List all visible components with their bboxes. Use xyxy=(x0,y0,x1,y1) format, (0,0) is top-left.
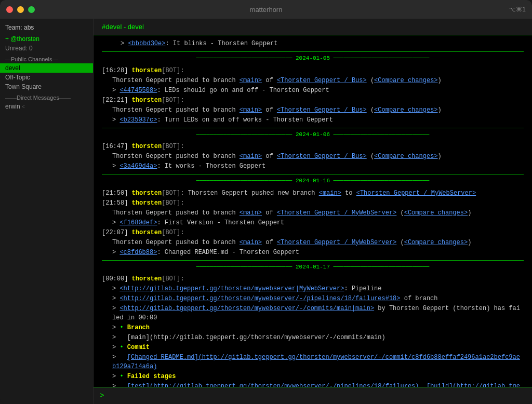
list-item: Thorsten Geppert pushed to branch <main>… xyxy=(102,152,524,161)
messages-area[interactable]: > <bbbbd30e>: It blinks - Thorsten Geppe… xyxy=(94,35,532,387)
link[interactable]: <3a469d4a> xyxy=(119,163,157,170)
app-window: matterhorn ⌥⌘1 Team: abs + @thorsten Unr… xyxy=(0,0,532,404)
link[interactable]: <f1680def> xyxy=(119,219,157,226)
link[interactable]: <main> xyxy=(240,106,262,114)
list-item: > <c8fd6b88>: Changed README.md - Thorst… xyxy=(102,248,524,257)
link[interactable]: [Changed README.md](http://gitlab.tgeppe… xyxy=(112,354,520,370)
list-item: [16:47] thorsten[BOT]: xyxy=(102,142,524,151)
sidebar: Team: abs + @thorsten Unread: 0 Public C… xyxy=(0,19,94,404)
list-item: > <b235037c>: Turn LEDs on and off works… xyxy=(102,115,524,125)
list-item: > <bbbbd30e>: It blinks - Thorsten Geppe… xyxy=(102,39,524,48)
list-item: [00:00] thorsten[BOT]: xyxy=(102,274,524,284)
dm-label: Direct Messages xyxy=(17,95,59,101)
list-item: > • Commit xyxy=(102,343,524,352)
sidebar-item-town-square[interactable]: Town Square xyxy=(0,82,93,91)
list-item: > <f1680def>: First Version - Thorsten G… xyxy=(102,218,524,227)
link[interactable]: <main> xyxy=(240,239,262,246)
window-title: matterhorn xyxy=(250,6,283,14)
list-item: Thorsten Geppert pushed to branch <main>… xyxy=(102,238,524,247)
public-channels-header: Public Channels xyxy=(0,53,93,63)
list-item: [16:28] thorsten[BOT]: xyxy=(102,66,524,75)
unread-count: Unread: 0 xyxy=(0,44,93,53)
keyboard-shortcut: ⌥⌘1 xyxy=(509,6,526,13)
sidebar-dm-erwin[interactable]: erwin < xyxy=(0,102,93,111)
link[interactable]: <Compare changes> xyxy=(374,106,437,114)
chevron-icon: < xyxy=(22,104,25,110)
window-controls xyxy=(6,6,35,13)
list-item: > [Changed README.md](http://gitlab.tgep… xyxy=(102,353,524,371)
direct-messages-header: ——Direct Messages—— xyxy=(0,91,93,102)
link[interactable]: <http://gitlab.tgeppert.gg/thorsten/mywe… xyxy=(119,285,344,292)
channel-header: #devel - devel xyxy=(94,19,532,35)
main-content: #devel - devel > <bbbbd30e>: It blinks -… xyxy=(94,19,532,404)
list-item: > <3a469d4a>: It works - Thorsten Gepper… xyxy=(102,161,524,171)
link[interactable]: <c8fd6b88> xyxy=(119,249,157,256)
list-item: [21:58] thorsten[BOT]: xyxy=(102,198,524,208)
maximize-button[interactable] xyxy=(28,6,35,13)
link[interactable]: <http://gitlab.tgeppert.gg/thorsten/mywe… xyxy=(119,305,374,312)
link[interactable]: <bbbbd30e> xyxy=(128,40,165,47)
link[interactable]: <Compare changes> xyxy=(374,153,437,160)
link[interactable]: <http://gitlab.tgeppert.gg/thorsten/mywe… xyxy=(119,295,400,302)
list-item: > [test](http://gitlab.tgeppert.gg/thors… xyxy=(102,382,524,387)
list-item: Thorsten Geppert pushed to branch <main>… xyxy=(102,208,524,218)
date-divider-20240116: ──────────────────────────── 2024-01-16 … xyxy=(102,174,524,185)
link[interactable]: [test](http://gitlab.tgeppert.gg/thorste… xyxy=(127,383,419,387)
date-divider-20240105: ──────────────────────────── 2024-01-05 … xyxy=(102,51,524,63)
list-item: > <http://gitlab.tgeppert.gg/thorsten/my… xyxy=(102,304,524,322)
titlebar: matterhorn ⌥⌘1 xyxy=(0,0,532,19)
list-item: > • Branch xyxy=(102,323,524,332)
link[interactable]: <main> xyxy=(319,190,341,197)
link[interactable]: <main> xyxy=(240,77,262,84)
link[interactable]: <Thorsten Geppert / Bus> xyxy=(277,106,367,114)
public-channels-label: Public Channels xyxy=(11,56,52,62)
date-divider-20240106: ──────────────────────────── 2024-01-06 … xyxy=(102,128,524,139)
sidebar-item-devel[interactable]: devel xyxy=(0,63,93,73)
link[interactable]: <Compare changes> xyxy=(374,77,437,84)
list-item: Thorsten Geppert pushed to branch <main>… xyxy=(102,76,524,85)
link[interactable]: <Thorsten Geppert / MyWebServer> xyxy=(277,209,396,217)
link[interactable]: <Compare changes> xyxy=(404,239,468,246)
message-input[interactable] xyxy=(108,392,526,399)
link[interactable]: <Compare changes> xyxy=(404,209,468,217)
list-item: [22:07] thorsten[BOT]: xyxy=(102,228,524,237)
chat-input-area: > xyxy=(94,387,532,404)
link[interactable]: <main> xyxy=(240,153,262,160)
list-item: Thorsten Geppert pushed to branch <main>… xyxy=(102,105,524,115)
link[interactable]: <Thorsten Geppert / MyWebServer> xyxy=(356,190,476,197)
user-status[interactable]: + @thorsten xyxy=(0,34,93,44)
link[interactable]: <main> xyxy=(240,209,262,217)
list-item: > <http://gitlab.tgeppert.gg/thorsten/my… xyxy=(102,294,524,303)
list-item: > [main](http://gitlab.tgeppert.gg/thors… xyxy=(102,333,524,342)
link[interactable]: <Thorsten Geppert / Bus> xyxy=(277,153,367,160)
close-button[interactable] xyxy=(6,6,13,13)
list-item: > <44745508>: LEDs should go on and off … xyxy=(102,86,524,95)
input-prompt: > xyxy=(100,392,104,400)
list-item: > • Failed stages xyxy=(102,372,524,381)
date-divider-20240117: ──────────────────────────── 2024-01-17 … xyxy=(102,260,524,272)
link[interactable]: <Thorsten Geppert / Bus> xyxy=(277,77,367,84)
team-label: Team: abs xyxy=(0,21,93,34)
minimize-button[interactable] xyxy=(17,6,24,13)
link[interactable]: <Thorsten Geppert / MyWebServer> xyxy=(277,239,396,246)
list-item: [22:21] thorsten[BOT]: xyxy=(102,96,524,105)
link[interactable]: <b235037c> xyxy=(119,116,157,124)
list-item: [21:50] thorsten[BOT]: Thorsten Geppert … xyxy=(102,188,524,198)
list-item: > <http://gitlab.tgeppert.gg/thorsten/my… xyxy=(102,284,524,293)
app-body: Team: abs + @thorsten Unread: 0 Public C… xyxy=(0,19,532,404)
link[interactable]: <44745508> xyxy=(119,87,157,94)
sidebar-item-off-topic[interactable]: Off-Topic xyxy=(0,73,93,82)
